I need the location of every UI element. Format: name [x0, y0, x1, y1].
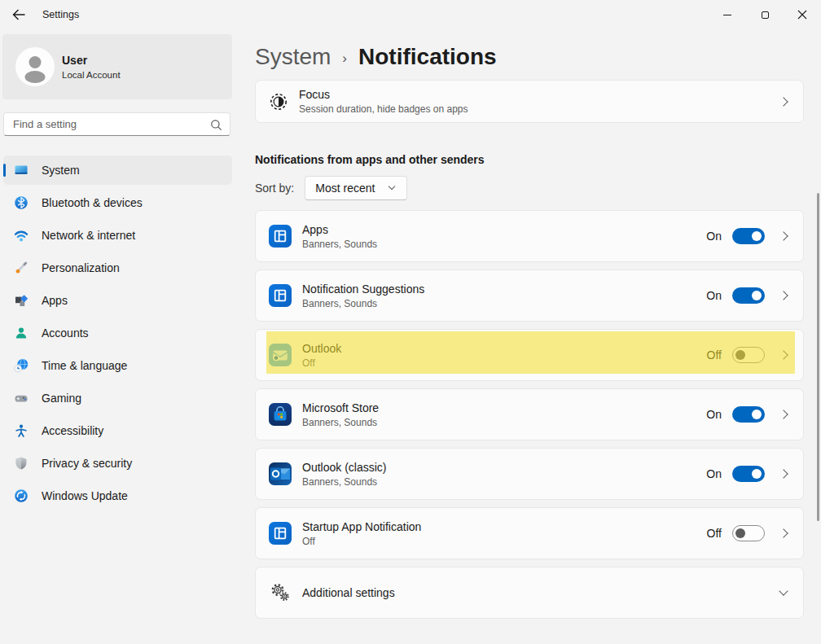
- user-name: User: [62, 54, 121, 67]
- chevron-right-icon: [779, 410, 788, 418]
- user-account-card[interactable]: User Local Account: [2, 34, 232, 99]
- notification-toggle[interactable]: [732, 287, 765, 304]
- sort-by-label: Sort by:: [255, 182, 294, 195]
- vertical-scrollbar[interactable]: [817, 193, 819, 521]
- toggle-state-label: Off: [707, 348, 722, 361]
- sidebar-item-network-internet[interactable]: Network & internet: [3, 221, 232, 250]
- person-icon: [14, 326, 29, 340]
- focus-card[interactable]: Focus Session duration, hide badges on a…: [255, 80, 804, 123]
- maximize-icon: [762, 11, 769, 19]
- avatar: [15, 47, 55, 86]
- notification-toggle[interactable]: [732, 406, 765, 423]
- sidebar-item-system[interactable]: System: [3, 156, 232, 185]
- app-row-microsoft-store[interactable]: Microsoft Store Banners, Sounds On: [255, 388, 804, 440]
- sidebar-item-bluetooth-devices[interactable]: Bluetooth & devices: [3, 188, 232, 217]
- sidebar-item-label: Network & internet: [42, 229, 135, 242]
- chevron-down-icon: [779, 586, 788, 595]
- app-row-outlook[interactable]: Outlook Off Off: [255, 329, 804, 381]
- sidebar: User Local Account System Bluetooth &: [0, 29, 236, 644]
- chevron-right-icon: [779, 469, 788, 478]
- sidebar-item-personalization[interactable]: Personalization: [3, 253, 232, 283]
- app-row-subtitle: Off: [302, 536, 707, 547]
- sidebar-item-label: Time & language: [42, 359, 127, 372]
- chevron-right-icon: [779, 528, 788, 537]
- additional-settings-expander[interactable]: Additional settings: [255, 567, 804, 619]
- app-row-apps[interactable]: Apps Banners, Sounds On: [255, 210, 804, 262]
- focus-title: Focus: [299, 88, 780, 101]
- close-icon: [797, 10, 807, 20]
- breadcrumb: System › Notifications: [255, 42, 804, 72]
- breadcrumb-system[interactable]: System: [255, 44, 331, 70]
- sidebar-item-accessibility[interactable]: Accessibility: [3, 416, 232, 445]
- toggle-state-label: On: [706, 289, 722, 302]
- app-row-outlook-classic[interactable]: Outlook (classic) Banners, Sounds On: [255, 448, 804, 500]
- search-icon[interactable]: [210, 119, 222, 131]
- toggle-knob: [735, 350, 745, 360]
- paintbrush-icon: [14, 261, 29, 275]
- update-icon: [14, 488, 29, 503]
- focus-moon-icon: [269, 92, 288, 112]
- toggle-state-label: Off: [707, 527, 722, 540]
- toggle-knob: [752, 291, 762, 300]
- maximize-button[interactable]: [746, 0, 784, 29]
- notification-toggle[interactable]: [732, 525, 765, 541]
- sidebar-item-label: Bluetooth & devices: [42, 196, 143, 209]
- app-row-title: Startup App Notification: [302, 520, 707, 533]
- sidebar-item-apps[interactable]: Apps: [3, 286, 232, 315]
- sidebar-item-label: Apps: [42, 294, 68, 307]
- app-row-subtitle: Off: [302, 357, 707, 369]
- sidebar-item-label: Accessibility: [42, 424, 103, 437]
- wifi-icon: [14, 228, 29, 243]
- toggle-knob: [752, 231, 762, 241]
- notification-toggle[interactable]: [732, 347, 765, 363]
- app-row-subtitle: Banners, Sounds: [302, 417, 706, 428]
- toggle-state-label: On: [706, 408, 722, 421]
- app-row-notification-suggestions[interactable]: Notification Suggestions Banners, Sounds…: [255, 269, 804, 322]
- apps-icon: [14, 293, 29, 308]
- close-button[interactable]: [784, 0, 821, 29]
- system-icon: [14, 163, 29, 177]
- toggle-knob: [752, 410, 762, 419]
- gamepad-icon: [14, 391, 29, 405]
- sidebar-item-label: Personalization: [42, 261, 120, 274]
- accessibility-icon: [14, 423, 29, 438]
- sidebar-item-time-language[interactable]: Time & language: [3, 351, 232, 380]
- notification-toggle[interactable]: [732, 466, 765, 482]
- section-heading: Notifications from apps and other sender…: [255, 153, 804, 166]
- sort-dropdown[interactable]: Most recent: [305, 176, 407, 200]
- sidebar-item-windows-update[interactable]: Windows Update: [3, 481, 232, 510]
- minimize-button[interactable]: [709, 0, 746, 29]
- search-box: [3, 112, 230, 136]
- app-row-title: Notification Suggestions: [302, 283, 706, 296]
- chevron-right-icon: [779, 291, 788, 300]
- outlook-classic-icon: [268, 462, 292, 486]
- bluetooth-icon: [14, 195, 29, 210]
- app-row-subtitle: Banners, Sounds: [302, 239, 706, 250]
- sidebar-item-label: System: [42, 164, 80, 177]
- generic-app-icon: [268, 521, 292, 545]
- sidebar-item-privacy-security[interactable]: Privacy & security: [3, 449, 232, 478]
- additional-settings-title: Additional settings: [302, 586, 780, 599]
- shield-icon: [14, 456, 29, 471]
- app-notification-list: Apps Banners, Sounds On Notification Sug…: [255, 210, 804, 619]
- sidebar-item-gaming[interactable]: Gaming: [3, 383, 232, 413]
- generic-app-icon: [268, 283, 292, 308]
- sidebar-item-accounts[interactable]: Accounts: [3, 318, 232, 348]
- microsoft-store-icon: [268, 402, 292, 427]
- toggle-knob: [735, 528, 745, 538]
- sidebar-item-label: Accounts: [42, 326, 89, 340]
- app-title: Settings: [42, 9, 79, 20]
- back-arrow-icon: [12, 9, 26, 20]
- app-row-subtitle: Banners, Sounds: [302, 298, 706, 309]
- breadcrumb-separator: ›: [342, 50, 347, 67]
- minimize-icon: [723, 15, 731, 15]
- sidebar-item-label: Gaming: [42, 392, 81, 405]
- back-button[interactable]: [5, 2, 33, 27]
- sort-dropdown-value: Most recent: [315, 182, 375, 195]
- notification-toggle[interactable]: [732, 228, 765, 244]
- app-row-startup-app-notification[interactable]: Startup App Notification Off Off: [255, 507, 804, 559]
- app-row-title: Microsoft Store: [302, 401, 706, 414]
- main-content: System › Notifications Focus Session dur…: [236, 29, 821, 644]
- search-input[interactable]: [4, 113, 230, 135]
- app-row-title: Outlook (classic): [302, 461, 706, 474]
